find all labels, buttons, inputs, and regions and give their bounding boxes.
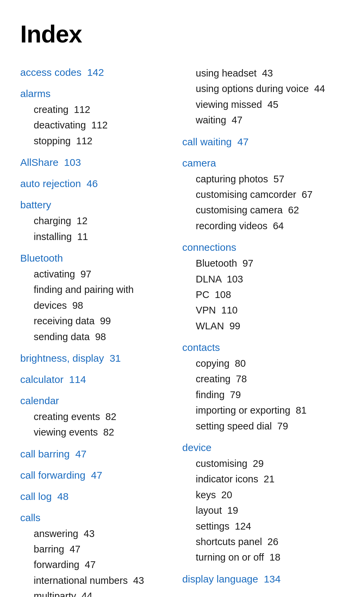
sub-item: keys 20	[196, 487, 344, 503]
sub-items-continued: using headset 43using options during voi…	[182, 65, 344, 128]
sub-item: customising camera 62	[196, 202, 344, 218]
sub-item: turning on or off 18	[196, 549, 344, 565]
index-link[interactable]: display language 134	[182, 573, 281, 585]
index-entry-0: using headset 43using options during voi…	[182, 65, 344, 128]
index-entry-7: calculator 114	[20, 372, 162, 387]
index-entry-1: call waiting 47	[182, 134, 344, 149]
sub-item: deactivating 112	[34, 117, 162, 133]
page-title: Index	[20, 20, 344, 48]
sub-item: forwarding 47	[34, 557, 162, 572]
index-link[interactable]: brightness, display 31	[20, 353, 121, 364]
sub-item: setting speed dial 79	[196, 418, 344, 434]
index-link[interactable]: AllShare 103	[20, 157, 81, 168]
sub-item: creating events 82	[34, 409, 162, 424]
index-entry-0: access codes 142	[20, 65, 162, 80]
sub-item: using headset 43	[196, 65, 344, 81]
index-entry-6: brightness, display 31	[20, 351, 162, 366]
sub-item: answering 43	[34, 526, 162, 541]
sub-item: finding 79	[196, 387, 344, 402]
sub-item: VPN 110	[196, 302, 344, 318]
index-entry-8: calendarcreating events 82viewing events…	[20, 393, 162, 440]
sub-item: settings 124	[196, 518, 344, 534]
sub-item: shortcuts panel 26	[196, 534, 344, 549]
sub-item: PC 108	[196, 287, 344, 302]
sub-item: barring 47	[34, 541, 162, 557]
index-entry-2: AllShare 103	[20, 155, 162, 170]
index-entry-12: callsanswering 43barring 47forwarding 47…	[20, 510, 162, 597]
sub-item: copying 80	[196, 356, 344, 371]
sub-item: capturing photos 57	[196, 171, 344, 187]
index-entry-2: cameracapturing photos 57customising cam…	[182, 155, 344, 234]
index-link[interactable]: call waiting 47	[182, 136, 249, 147]
right-column: using headset 43using options during voi…	[176, 65, 344, 597]
sub-item: stopping 112	[34, 133, 162, 149]
sub-item: layout 19	[196, 503, 344, 518]
sub-item: customising camcorder 67	[196, 187, 344, 202]
index-link[interactable]: camera	[182, 155, 344, 171]
sub-items: charging 12installing 11	[20, 213, 162, 244]
sub-item: customising 29	[196, 456, 344, 471]
sub-item: viewing events 82	[34, 424, 162, 440]
sub-item: Bluetooth 97	[196, 256, 344, 271]
index-entry-9: call barring 47	[20, 446, 162, 461]
sub-items: creating events 82viewing events 82	[20, 409, 162, 440]
sub-item: indicator icons 21	[196, 471, 344, 487]
sub-item: creating 78	[196, 371, 344, 387]
index-entry-4: batterycharging 12installing 11	[20, 197, 162, 244]
index-entry-3: connectionsBluetooth 97DLNA 103PC 108VPN…	[182, 240, 344, 334]
sub-item: viewing missed 45	[196, 97, 344, 112]
index-link[interactable]: access codes 142	[20, 67, 104, 78]
index-link[interactable]: calendar	[20, 393, 162, 408]
sub-item: activating 97	[34, 266, 162, 282]
sub-items: capturing photos 57customising camcorder…	[182, 171, 344, 234]
index-link[interactable]: connections	[182, 240, 344, 255]
sub-item: WLAN 99	[196, 318, 344, 334]
index-link[interactable]: battery	[20, 197, 162, 212]
sub-items: activating 97finding and pairing with de…	[20, 266, 162, 345]
index-link[interactable]: call barring 47	[20, 448, 87, 459]
sub-item: waiting 47	[196, 112, 344, 128]
left-column: access codes 142alarmscreating 112deacti…	[20, 65, 176, 597]
index-link[interactable]: Bluetooth	[20, 250, 162, 266]
index-entry-10: call forwarding 47	[20, 468, 162, 483]
index-entry-5: Bluetoothactivating 97finding and pairin…	[20, 250, 162, 345]
sub-item: importing or exporting 81	[196, 402, 344, 418]
sub-item: DLNA 103	[196, 271, 344, 287]
index-link[interactable]: call forwarding 47	[20, 470, 102, 481]
sub-item: using options during voice 44	[196, 81, 344, 96]
sub-item: installing 11	[34, 229, 162, 244]
index-link[interactable]: auto rejection 46	[20, 178, 98, 189]
sub-items: copying 80creating 78finding 79importing…	[182, 356, 344, 434]
sub-item: charging 12	[34, 213, 162, 229]
index-link[interactable]: alarms	[20, 86, 162, 101]
sub-item: receiving data 99	[34, 313, 162, 329]
sub-items: creating 112deactivating 112stopping 112	[20, 102, 162, 149]
index-entry-1: alarmscreating 112deactivating 112stoppi…	[20, 86, 162, 149]
index-entry-11: call log 48	[20, 489, 162, 504]
sub-items: Bluetooth 97DLNA 103PC 108VPN 110WLAN 99	[182, 256, 344, 334]
sub-item: sending data 98	[34, 329, 162, 345]
index-entry-5: devicecustomising 29indicator icons 21ke…	[182, 440, 344, 565]
sub-item: international numbers 43	[34, 573, 162, 588]
index-entry-6: display language 134	[182, 571, 344, 587]
index-link[interactable]: call log 48	[20, 491, 68, 502]
sub-items: customising 29indicator icons 21keys 20l…	[182, 456, 344, 565]
sub-items: answering 43barring 47forwarding 47inter…	[20, 526, 162, 597]
index-link[interactable]: calculator 114	[20, 374, 86, 385]
index-link[interactable]: device	[182, 440, 344, 455]
index-link[interactable]: calls	[20, 510, 162, 525]
index-entry-3: auto rejection 46	[20, 176, 162, 191]
index-link[interactable]: contacts	[182, 340, 344, 355]
sub-item: finding and pairing with devices 98	[34, 282, 162, 313]
sub-item: recording videos 64	[196, 218, 344, 234]
sub-item: creating 112	[34, 102, 162, 117]
sub-item: multiparty 44	[34, 588, 162, 597]
index-entry-4: contactscopying 80creating 78finding 79i…	[182, 340, 344, 434]
